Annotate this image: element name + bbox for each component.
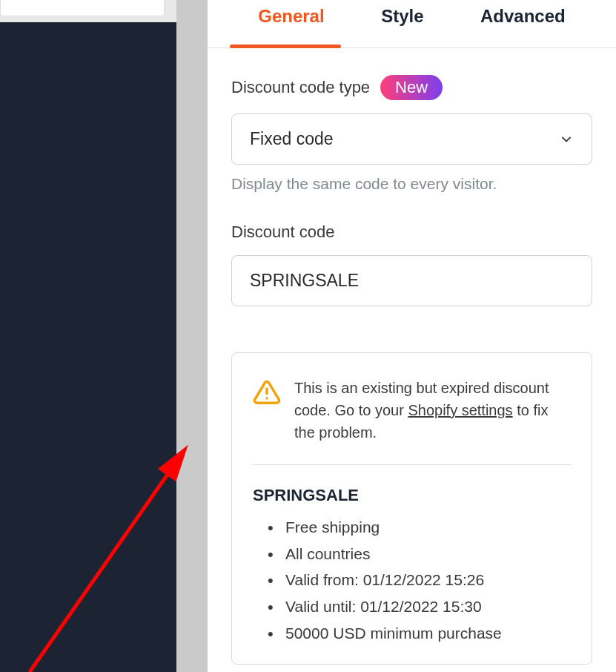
list-item: All countries (285, 541, 571, 567)
tabs-bar: General Style Advanced (208, 0, 616, 48)
discount-code-label: Discount code (231, 223, 592, 242)
list-item: Valid until: 01/12/2022 15:30 (285, 593, 571, 620)
discount-type-value: Fixed code (250, 129, 334, 149)
tab-general[interactable]: General (258, 0, 324, 33)
new-badge: New (380, 75, 443, 100)
chevron-down-icon (559, 132, 574, 147)
warning-text: This is an existing but expired discount… (294, 377, 571, 444)
dark-sidebar (0, 0, 176, 672)
gap-strip (176, 0, 208, 672)
sidebar-dark-area (0, 22, 176, 672)
tab-advanced[interactable]: Advanced (480, 0, 566, 33)
settings-panel: General Style Advanced Discount code typ… (208, 0, 616, 672)
discount-code-input-wrap[interactable] (231, 255, 592, 306)
list-item: Free shipping (285, 514, 571, 541)
tab-underline (230, 45, 341, 48)
discount-code-input[interactable] (250, 271, 574, 291)
tab-style[interactable]: Style (381, 0, 423, 33)
shopify-settings-link[interactable]: Shopify settings (408, 402, 512, 418)
discount-type-label: Discount code type (231, 78, 370, 97)
warning-icon (253, 378, 281, 406)
details-list: Free shipping All countries Valid from: … (253, 514, 571, 646)
warning-row: This is an existing but expired discount… (253, 377, 571, 465)
list-item: Valid from: 01/12/2022 15:26 (285, 567, 571, 593)
discount-type-help: Display the same code to every visitor. (231, 175, 592, 193)
sidebar-top-strip (0, 0, 176, 22)
list-item: 50000 USD minimum purchase (285, 620, 571, 647)
discount-details-card: This is an existing but expired discount… (231, 352, 592, 665)
panel-content: Discount code type New Fixed code Displa… (208, 48, 616, 672)
discount-type-select[interactable]: Fixed code (231, 113, 592, 165)
discount-type-label-row: Discount code type New (231, 75, 592, 100)
code-name: SPRINGSALE (253, 486, 571, 505)
